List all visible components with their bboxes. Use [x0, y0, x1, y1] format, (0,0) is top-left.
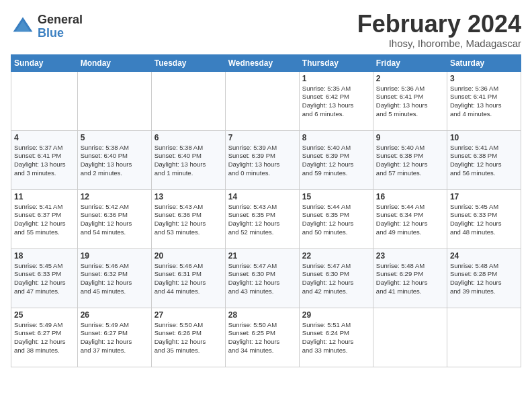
- calendar-cell: 2Sunrise: 5:36 AM Sunset: 6:41 PM Daylig…: [373, 71, 447, 130]
- day-info: Sunrise: 5:47 AM Sunset: 6:30 PM Dayligh…: [228, 262, 296, 296]
- day-info: Sunrise: 5:44 AM Sunset: 6:35 PM Dayligh…: [302, 203, 370, 237]
- day-info: Sunrise: 5:45 AM Sunset: 6:33 PM Dayligh…: [450, 203, 518, 237]
- day-header-friday: Friday: [373, 54, 447, 71]
- calendar-cell: 6Sunrise: 5:38 AM Sunset: 6:40 PM Daylig…: [151, 130, 225, 189]
- day-info: Sunrise: 5:41 AM Sunset: 6:37 PM Dayligh…: [14, 203, 75, 237]
- week-row-2: 4Sunrise: 5:37 AM Sunset: 6:41 PM Daylig…: [11, 130, 521, 189]
- calendar-cell: 27Sunrise: 5:50 AM Sunset: 6:26 PM Dayli…: [151, 308, 225, 367]
- day-number: 11: [14, 192, 75, 201]
- week-row-5: 25Sunrise: 5:49 AM Sunset: 6:27 PM Dayli…: [11, 308, 521, 367]
- day-number: 8: [302, 133, 370, 142]
- day-info: Sunrise: 5:37 AM Sunset: 6:41 PM Dayligh…: [14, 144, 75, 178]
- day-header-thursday: Thursday: [299, 54, 373, 71]
- day-number: 16: [376, 192, 444, 201]
- calendar-table: SundayMondayTuesdayWednesdayThursdayFrid…: [11, 54, 521, 367]
- day-info: Sunrise: 5:36 AM Sunset: 6:41 PM Dayligh…: [376, 85, 444, 119]
- month-title: February 2024: [357, 11, 521, 38]
- day-info: Sunrise: 5:43 AM Sunset: 6:36 PM Dayligh…: [154, 203, 222, 237]
- day-info: Sunrise: 5:49 AM Sunset: 6:27 PM Dayligh…: [14, 321, 75, 355]
- day-number: 23: [376, 251, 444, 261]
- day-info: Sunrise: 5:41 AM Sunset: 6:38 PM Dayligh…: [450, 144, 518, 178]
- calendar-cell: [373, 308, 447, 367]
- day-number: 12: [81, 192, 148, 201]
- day-info: Sunrise: 5:44 AM Sunset: 6:34 PM Dayligh…: [376, 203, 444, 237]
- calendar-cell: 10Sunrise: 5:41 AM Sunset: 6:38 PM Dayli…: [447, 130, 521, 189]
- week-row-3: 11Sunrise: 5:41 AM Sunset: 6:37 PM Dayli…: [11, 189, 521, 248]
- day-info: Sunrise: 5:39 AM Sunset: 6:39 PM Dayligh…: [228, 144, 296, 178]
- day-number: 26: [81, 310, 148, 320]
- calendar-cell: 16Sunrise: 5:44 AM Sunset: 6:34 PM Dayli…: [373, 189, 447, 248]
- logo-blue-text: Blue: [38, 27, 83, 40]
- title-area: February 2024 Ihosy, Ihorombe, Madagasca…: [357, 11, 521, 49]
- day-info: Sunrise: 5:36 AM Sunset: 6:41 PM Dayligh…: [450, 85, 518, 119]
- week-row-4: 18Sunrise: 5:45 AM Sunset: 6:33 PM Dayli…: [11, 248, 521, 308]
- page-header: General Blue February 2024 Ihosy, Ihorom…: [11, 11, 521, 49]
- day-number: 15: [302, 192, 370, 201]
- calendar-cell: 24Sunrise: 5:48 AM Sunset: 6:28 PM Dayli…: [447, 248, 521, 308]
- day-number: 14: [228, 192, 296, 201]
- day-info: Sunrise: 5:35 AM Sunset: 6:42 PM Dayligh…: [302, 85, 370, 119]
- calendar-cell: 21Sunrise: 5:47 AM Sunset: 6:30 PM Dayli…: [225, 248, 299, 308]
- calendar-cell: 3Sunrise: 5:36 AM Sunset: 6:41 PM Daylig…: [447, 71, 521, 130]
- day-info: Sunrise: 5:38 AM Sunset: 6:40 PM Dayligh…: [154, 144, 222, 178]
- calendar-cell: 25Sunrise: 5:49 AM Sunset: 6:27 PM Dayli…: [11, 308, 78, 367]
- calendar-cell: [151, 71, 225, 130]
- day-header-monday: Monday: [77, 54, 151, 71]
- day-info: Sunrise: 5:40 AM Sunset: 6:39 PM Dayligh…: [302, 144, 370, 178]
- location-subtitle: Ihosy, Ihorombe, Madagascar: [357, 38, 521, 49]
- day-number: 21: [228, 251, 296, 261]
- calendar-cell: 18Sunrise: 5:45 AM Sunset: 6:33 PM Dayli…: [11, 248, 78, 308]
- day-info: Sunrise: 5:48 AM Sunset: 6:29 PM Dayligh…: [376, 262, 444, 296]
- calendar-cell: 19Sunrise: 5:46 AM Sunset: 6:32 PM Dayli…: [77, 248, 151, 308]
- day-number: 7: [228, 133, 296, 142]
- day-info: Sunrise: 5:49 AM Sunset: 6:27 PM Dayligh…: [81, 321, 148, 355]
- day-number: 2: [376, 74, 444, 83]
- calendar-cell: 14Sunrise: 5:43 AM Sunset: 6:35 PM Dayli…: [225, 189, 299, 248]
- header-row: SundayMondayTuesdayWednesdayThursdayFrid…: [11, 54, 521, 71]
- day-header-sunday: Sunday: [11, 54, 78, 71]
- day-info: Sunrise: 5:48 AM Sunset: 6:28 PM Dayligh…: [450, 262, 518, 296]
- calendar-cell: 1Sunrise: 5:35 AM Sunset: 6:42 PM Daylig…: [299, 71, 373, 130]
- calendar-cell: 12Sunrise: 5:42 AM Sunset: 6:36 PM Dayli…: [77, 189, 151, 248]
- day-number: 29: [302, 310, 370, 320]
- logo: General Blue: [11, 13, 83, 40]
- calendar-cell: 8Sunrise: 5:40 AM Sunset: 6:39 PM Daylig…: [299, 130, 373, 189]
- calendar-cell: [11, 71, 78, 130]
- day-info: Sunrise: 5:51 AM Sunset: 6:24 PM Dayligh…: [302, 321, 370, 355]
- day-number: 24: [450, 251, 518, 261]
- day-info: Sunrise: 5:50 AM Sunset: 6:25 PM Dayligh…: [228, 321, 296, 355]
- day-info: Sunrise: 5:47 AM Sunset: 6:30 PM Dayligh…: [302, 262, 370, 296]
- logo-icon: [11, 15, 35, 39]
- day-number: 5: [81, 133, 148, 142]
- calendar-cell: 29Sunrise: 5:51 AM Sunset: 6:24 PM Dayli…: [299, 308, 373, 367]
- day-number: 28: [228, 310, 296, 320]
- day-info: Sunrise: 5:43 AM Sunset: 6:35 PM Dayligh…: [228, 203, 296, 237]
- calendar-cell: 15Sunrise: 5:44 AM Sunset: 6:35 PM Dayli…: [299, 189, 373, 248]
- calendar-cell: 23Sunrise: 5:48 AM Sunset: 6:29 PM Dayli…: [373, 248, 447, 308]
- day-info: Sunrise: 5:40 AM Sunset: 6:38 PM Dayligh…: [376, 144, 444, 178]
- calendar-cell: 11Sunrise: 5:41 AM Sunset: 6:37 PM Dayli…: [11, 189, 78, 248]
- day-info: Sunrise: 5:46 AM Sunset: 6:31 PM Dayligh…: [154, 262, 222, 296]
- day-info: Sunrise: 5:38 AM Sunset: 6:40 PM Dayligh…: [81, 144, 148, 178]
- day-header-wednesday: Wednesday: [225, 54, 299, 71]
- calendar-cell: [447, 308, 521, 367]
- calendar-cell: [225, 71, 299, 130]
- day-number: 19: [81, 251, 148, 261]
- calendar-cell: 20Sunrise: 5:46 AM Sunset: 6:31 PM Dayli…: [151, 248, 225, 308]
- calendar-cell: 22Sunrise: 5:47 AM Sunset: 6:30 PM Dayli…: [299, 248, 373, 308]
- day-number: 18: [14, 251, 75, 261]
- day-number: 22: [302, 251, 370, 261]
- day-number: 10: [450, 133, 518, 142]
- calendar-cell: 9Sunrise: 5:40 AM Sunset: 6:38 PM Daylig…: [373, 130, 447, 189]
- calendar-cell: 5Sunrise: 5:38 AM Sunset: 6:40 PM Daylig…: [77, 130, 151, 189]
- calendar-cell: 13Sunrise: 5:43 AM Sunset: 6:36 PM Dayli…: [151, 189, 225, 248]
- day-number: 17: [450, 192, 518, 201]
- day-info: Sunrise: 5:50 AM Sunset: 6:26 PM Dayligh…: [154, 321, 222, 355]
- day-number: 9: [376, 133, 444, 142]
- day-number: 6: [154, 133, 222, 142]
- calendar-cell: 17Sunrise: 5:45 AM Sunset: 6:33 PM Dayli…: [447, 189, 521, 248]
- day-header-saturday: Saturday: [447, 54, 521, 71]
- day-info: Sunrise: 5:46 AM Sunset: 6:32 PM Dayligh…: [81, 262, 148, 296]
- day-number: 27: [154, 310, 222, 320]
- day-info: Sunrise: 5:42 AM Sunset: 6:36 PM Dayligh…: [81, 203, 148, 237]
